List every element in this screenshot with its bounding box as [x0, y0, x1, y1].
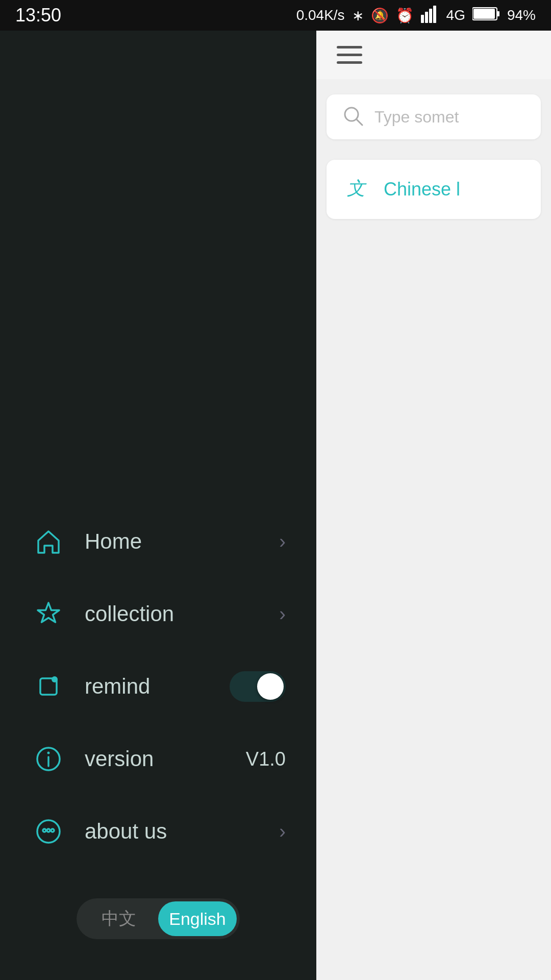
menu-about-label: about us — [85, 819, 279, 844]
star-icon — [31, 596, 66, 632]
svg-point-15 — [51, 829, 54, 832]
menu-collection-label: collection — [85, 602, 279, 626]
info-icon — [31, 741, 66, 777]
svg-line-17 — [357, 119, 362, 125]
people-icon — [31, 814, 66, 849]
status-icons: 0.04K/s ∗ 🔕 ⏰ 4G 94% — [296, 5, 536, 27]
menu-item-home[interactable]: Home › — [0, 505, 316, 578]
collection-arrow-icon: › — [279, 603, 286, 625]
menu-item-remind: remind — [0, 650, 316, 723]
menu-home-label: Home — [85, 529, 279, 554]
chinese-card-label: Chinese l — [384, 179, 460, 200]
bluetooth-icon: ∗ — [352, 7, 364, 24]
chinese-card[interactable]: 文 Chinese l — [327, 160, 541, 219]
drawer-menu: Home › collection › — [0, 61, 316, 898]
menu-item-version: version V1.0 — [0, 723, 316, 795]
search-icon — [342, 105, 364, 129]
menu-item-about[interactable]: about us › — [0, 795, 316, 868]
toggle-knob — [257, 673, 284, 700]
hamburger-line-2 — [337, 54, 362, 56]
search-bar[interactable]: Type somet — [327, 94, 541, 139]
language-switcher: 中文 English — [77, 898, 240, 939]
version-value: V1.0 — [246, 748, 286, 770]
home-arrow-icon: › — [279, 531, 286, 553]
battery-icon — [472, 7, 500, 24]
svg-text:文: 文 — [347, 178, 367, 199]
menu-version-label: version — [85, 747, 246, 771]
svg-rect-1 — [425, 12, 428, 23]
battery-percent: 94% — [507, 7, 536, 23]
main-panel: Type somet 文 Chinese l — [316, 31, 551, 980]
alarm-icon: ⏰ — [396, 7, 414, 24]
translate-icon: 文 — [345, 175, 371, 204]
lang-chinese-label: 中文 — [102, 907, 136, 930]
bell-icon — [31, 669, 66, 704]
network-speed: 0.04K/s — [296, 7, 345, 23]
menu-item-collection[interactable]: collection › — [0, 578, 316, 650]
svg-rect-3 — [433, 6, 436, 23]
remind-toggle[interactable] — [230, 671, 286, 702]
hamburger-line-3 — [337, 61, 362, 64]
status-time: 13:50 — [15, 5, 61, 26]
home-icon — [31, 524, 66, 559]
status-bar: 13:50 0.04K/s ∗ 🔕 ⏰ 4G 94% — [0, 0, 551, 31]
svg-rect-0 — [421, 15, 424, 23]
svg-point-11 — [47, 752, 50, 754]
lang-english-label: English — [169, 909, 226, 929]
lang-english-button[interactable]: English — [158, 901, 237, 936]
network-type: 4G — [446, 7, 465, 23]
main-header — [316, 31, 551, 79]
menu-remind-label: remind — [85, 674, 230, 699]
about-arrow-icon: › — [279, 821, 286, 843]
svg-point-14 — [47, 829, 50, 832]
svg-rect-2 — [429, 9, 432, 23]
hamburger-line-1 — [337, 46, 362, 48]
drawer: Home › collection › — [0, 31, 316, 980]
mute-icon: 🔕 — [371, 7, 389, 24]
search-placeholder: Type somet — [374, 108, 459, 127]
svg-point-13 — [43, 829, 46, 832]
svg-point-8 — [52, 676, 58, 682]
svg-rect-5 — [497, 11, 499, 16]
svg-rect-6 — [473, 9, 495, 19]
lang-chinese-button[interactable]: 中文 — [80, 901, 158, 936]
signal-icon — [421, 5, 439, 27]
main-layout: Home › collection › — [0, 31, 551, 980]
hamburger-button[interactable] — [337, 46, 362, 64]
